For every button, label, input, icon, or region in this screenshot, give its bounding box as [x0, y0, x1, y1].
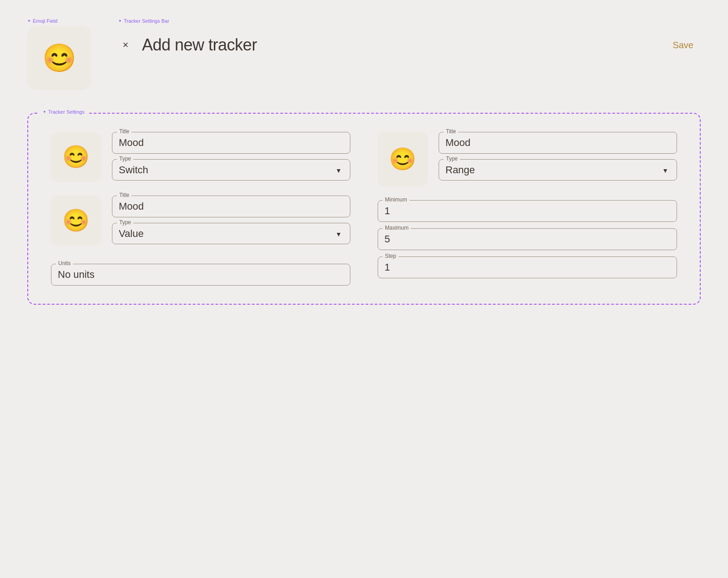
tracker3-step-input[interactable] [384, 260, 670, 273]
tracker3-type-field: Type Switch Value Range ▼ [439, 159, 677, 181]
tracker3-type-select[interactable]: Switch Value Range [445, 162, 670, 176]
save-button[interactable]: Save [665, 36, 701, 54]
tracker3-title-input[interactable] [445, 135, 670, 149]
tracker-emoji-box-1[interactable]: 😊 [51, 132, 101, 182]
tracker3-maximum-input[interactable] [384, 231, 670, 245]
settings-right-col: 😊 Title Type Switch Value [378, 132, 677, 286]
tracker-emoji-box-3[interactable]: 😊 [378, 132, 428, 186]
tracker3-maximum-label: Maximum [383, 225, 411, 231]
tracker-settings-container: Tracker Settings 😊 Title Type [27, 113, 701, 305]
tracker-item-range: 😊 Title Type Switch Value [378, 132, 677, 186]
tracker1-type-select-wrapper: Switch Value Range ▼ [119, 162, 344, 176]
tracker1-title-label: Title [117, 128, 131, 135]
settings-grid: 😊 Title Type Switch Value [51, 132, 677, 286]
tracker-emoji-1: 😊 [62, 146, 90, 168]
tracker2-units-input[interactable] [58, 267, 344, 281]
tracker-emoji-2: 😊 [62, 210, 90, 231]
units-field-wrapper: Units [51, 264, 350, 286]
tracker3-type-select-wrapper: Switch Value Range ▼ [445, 162, 670, 176]
tracker-settings-bar-section: Tracker Settings Bar × Add new tracker S… [118, 18, 701, 64]
tracker2-type-select[interactable]: Switch Value Range [119, 226, 344, 239]
tracker-settings-label: Tracker Settings [39, 109, 88, 115]
tracker2-type-field: Type Switch Value Range ▼ [112, 223, 350, 244]
tracker-emoji-box-2[interactable]: 😊 [51, 196, 101, 246]
tracker2-units-label: Units [56, 260, 73, 266]
tracker3-step-field: Step [378, 256, 677, 278]
tracker-settings-bar-label: Tracker Settings Bar [118, 18, 701, 24]
tracker-fields-2: Title Type Switch Value Range [112, 196, 350, 244]
tracker3-title-label: Title [444, 128, 458, 135]
tracker3-step-label: Step [383, 253, 399, 259]
tracker2-title-field: Title [112, 196, 350, 217]
tracker2-title-input[interactable] [119, 199, 344, 212]
tracker3-title-field: Title [439, 132, 677, 154]
tracker-bar: × Add new tracker Save [118, 26, 701, 64]
tracker3-minimum-field: Minimum [378, 200, 677, 222]
tracker-fields-3: Title Type Switch Value Range [439, 132, 677, 181]
range-sub-fields: Minimum Maximum Step [378, 200, 677, 278]
tracker2-type-select-wrapper: Switch Value Range ▼ [119, 226, 344, 239]
tracker2-units-field: Units [51, 264, 350, 286]
close-button[interactable]: × [118, 38, 133, 52]
tracker-bar-title: Add new tracker [142, 35, 257, 55]
tracker1-type-field: Type Switch Value Range ▼ [112, 159, 350, 181]
emoji-display: 😊 [42, 45, 76, 72]
tracker1-type-select[interactable]: Switch Value Range [119, 162, 344, 176]
emoji-field-box[interactable]: 😊 [27, 26, 91, 90]
tracker1-title-input[interactable] [119, 135, 344, 149]
tracker2-type-label: Type [117, 219, 133, 226]
tracker-emoji-3: 😊 [389, 148, 416, 170]
tracker-fields-1: Title Type Switch Value Range [112, 132, 350, 181]
tracker2-title-label: Title [117, 192, 131, 198]
emoji-field-label: Emoji Field [27, 18, 91, 24]
tracker1-title-field: Title [112, 132, 350, 154]
emoji-field-section: Emoji Field 😊 [27, 18, 91, 90]
tracker-item-switch: 😊 Title Type Switch Value [51, 132, 350, 182]
tracker3-type-label: Type [444, 156, 460, 162]
tracker3-maximum-field: Maximum [378, 228, 677, 250]
settings-left-col: 😊 Title Type Switch Value [51, 132, 350, 286]
tracker3-minimum-label: Minimum [383, 196, 410, 203]
tracker-item-value: 😊 Title Type Switch Value [51, 196, 350, 246]
tracker1-type-label: Type [117, 156, 133, 162]
tracker3-minimum-input[interactable] [384, 203, 670, 217]
